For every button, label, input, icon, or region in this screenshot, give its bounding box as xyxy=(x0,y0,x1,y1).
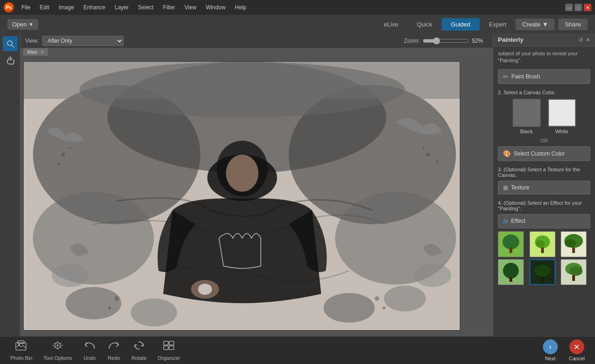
tab-quick[interactable]: Quick xyxy=(408,18,442,31)
organizer-icon xyxy=(162,340,175,354)
svg-point-27 xyxy=(436,160,439,163)
custom-color-button[interactable]: 🎨 Select Custom Color xyxy=(498,146,590,161)
main-area: View: After Only Before Only Before & Af… xyxy=(0,33,595,336)
texture-button[interactable]: ▦ Texture xyxy=(498,181,590,195)
tool-options-label: Tool Options xyxy=(44,355,72,361)
effect-thumb-6[interactable] xyxy=(561,259,587,285)
panel-refresh-button[interactable]: ↺ xyxy=(578,37,583,43)
svg-point-17 xyxy=(66,287,121,319)
tool-options-button[interactable]: Tool Options xyxy=(38,338,78,363)
svg-point-14 xyxy=(226,155,258,192)
step2-section: 2. Select a Canvas Color. Black White OR… xyxy=(498,90,590,161)
close-button[interactable]: ✕ xyxy=(584,4,591,11)
svg-point-22 xyxy=(414,264,451,287)
panel-content: subject of your photo to reveal your "Pa… xyxy=(493,46,595,336)
effect-thumb-1[interactable] xyxy=(498,231,524,257)
share-button[interactable]: Share xyxy=(558,19,588,30)
menu-filter[interactable]: Filter xyxy=(161,4,177,11)
effect-label: Effect xyxy=(511,218,525,224)
color-options: Black White xyxy=(498,99,590,134)
svg-point-21 xyxy=(52,264,89,287)
menu-enhance[interactable]: Enhance xyxy=(81,4,107,11)
custom-color-label: Select Custom Color xyxy=(514,150,565,157)
photo-bin-label: Photo Bin xyxy=(10,355,33,361)
color-option-black[interactable]: Black xyxy=(513,99,541,134)
svg-rect-56 xyxy=(572,275,575,281)
canvas-area: View: After Only Before Only Before & Af… xyxy=(20,33,493,336)
create-arrow: ▼ xyxy=(542,21,548,28)
paint-brush-button[interactable]: ✏ Paint Brush xyxy=(498,69,590,84)
photo-bin-icon xyxy=(15,340,28,354)
svg-rect-62 xyxy=(164,341,168,345)
effect-thumb-4[interactable] xyxy=(498,259,524,285)
menu-layer[interactable]: Layer xyxy=(113,4,131,11)
svg-point-23 xyxy=(61,153,65,156)
step3-title: 3. (Optional) Select a Texture for the C… xyxy=(498,167,590,178)
photo-bin-button[interactable]: Photo Bin xyxy=(5,338,38,363)
menu-select[interactable]: Select xyxy=(136,4,155,11)
effect-button[interactable]: fx Effect xyxy=(498,214,590,228)
svg-rect-65 xyxy=(169,346,174,350)
right-panel: Painterly ↺ ✕ subject of your photo to r… xyxy=(493,33,595,336)
menu-window[interactable]: Window xyxy=(204,4,228,11)
next-button[interactable]: › Next xyxy=(537,338,563,363)
canvas-container: After ✕ xyxy=(20,48,493,336)
organizer-button[interactable]: Organizer xyxy=(152,338,185,363)
tab-guided[interactable]: Guided xyxy=(442,18,480,31)
panel-header: Painterly ↺ ✕ xyxy=(493,33,595,46)
svg-point-31 xyxy=(375,296,379,301)
next-label: Next xyxy=(545,356,555,361)
paint-brush-label: Paint Brush xyxy=(511,73,540,80)
cancel-button[interactable]: ✕ Cancel xyxy=(563,338,590,363)
menu-view[interactable]: View xyxy=(183,4,198,11)
or-divider: OR xyxy=(498,138,590,143)
effect-thumb-5[interactable] xyxy=(529,259,555,285)
canvas-close-tab[interactable]: ✕ xyxy=(40,50,44,55)
view-select[interactable]: After Only Before Only Before & After (H… xyxy=(42,36,124,46)
panel-description: subject of your photo to reveal your "Pa… xyxy=(498,50,590,65)
canvas-image xyxy=(23,61,460,331)
svg-point-32 xyxy=(383,306,385,309)
redo-button[interactable]: Redo xyxy=(102,338,126,363)
create-label: Create xyxy=(522,21,540,28)
maximize-button[interactable]: □ xyxy=(575,4,582,11)
open-button[interactable]: Open ▼ xyxy=(7,19,38,30)
black-swatch xyxy=(513,99,541,127)
hand-tool[interactable] xyxy=(3,53,18,68)
svg-point-44 xyxy=(565,239,576,247)
tab-expert[interactable]: Expert xyxy=(480,18,516,31)
undo-icon xyxy=(83,340,96,354)
zoom-tool[interactable] xyxy=(3,36,18,51)
svg-point-61 xyxy=(57,344,59,346)
minimize-button[interactable]: — xyxy=(565,4,573,11)
create-button[interactable]: Create ▼ xyxy=(516,19,555,30)
effect-thumb-3[interactable] xyxy=(561,231,587,257)
svg-point-25 xyxy=(69,147,71,149)
rotate-label: Rotate xyxy=(132,355,146,361)
color-option-white[interactable]: White xyxy=(548,99,576,134)
zoom-slider[interactable] xyxy=(423,37,469,45)
view-label: View: xyxy=(25,38,39,44)
rotate-button[interactable]: Rotate xyxy=(126,338,152,363)
svg-point-26 xyxy=(426,153,430,156)
window-titlebar: Ps File Edit Image Enhance Layer Select … xyxy=(0,0,595,15)
menu-edit[interactable]: Edit xyxy=(38,4,51,11)
menu-image[interactable]: Image xyxy=(57,4,76,11)
panel-title: Painterly xyxy=(498,36,578,43)
undo-label: Undo xyxy=(84,355,96,361)
custom-color-icon: 🎨 xyxy=(503,150,511,157)
step3-section: 3. (Optional) Select a Texture for the C… xyxy=(498,167,590,195)
svg-rect-63 xyxy=(169,341,174,345)
menu-file[interactable]: File xyxy=(20,4,32,11)
open-label: Open xyxy=(12,21,27,28)
zoom-value: 52% xyxy=(472,38,488,44)
tab-elive[interactable]: eLive xyxy=(375,18,408,31)
undo-button[interactable]: Undo xyxy=(78,338,102,363)
mode-bar: Open ▼ eLive Quick Guided Expert Create … xyxy=(0,15,595,33)
panel-close-button[interactable]: ✕ xyxy=(586,37,590,43)
svg-rect-52 xyxy=(541,277,544,281)
effect-thumb-2[interactable] xyxy=(529,231,555,257)
left-toolbar xyxy=(0,33,20,336)
menu-help[interactable]: Help xyxy=(233,4,248,11)
white-label: White xyxy=(555,129,568,134)
